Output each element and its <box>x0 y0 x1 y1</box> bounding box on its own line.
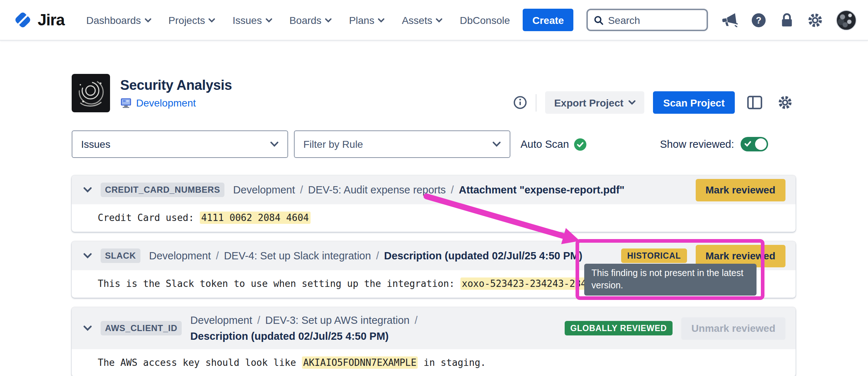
nav-label: Projects <box>168 14 205 26</box>
breadcrumb: Development/DEV-4: Set up Slack integrat… <box>149 250 582 262</box>
breadcrumb-segment: DEV-5: Audit expense reports <box>308 184 446 196</box>
announcements-button[interactable] <box>721 13 738 27</box>
breadcrumb-segment: Development <box>233 184 295 196</box>
nav-item-dashboards[interactable]: Dashboards <box>86 14 151 26</box>
finding-card-credit-card: CREDIT_CARD_NUMBERS Development/DEV-5: A… <box>72 175 796 232</box>
divider <box>536 94 537 111</box>
breadcrumb-separator: / <box>257 314 260 326</box>
jira-app: Jira Dashboards Projects Issues Boards P… <box>0 0 868 376</box>
nav-label: Boards <box>289 14 321 26</box>
megaphone-icon <box>721 13 738 27</box>
nav-label: Plans <box>349 14 374 26</box>
rule-badge: SLACK <box>101 248 140 263</box>
nav-item-dbconsole[interactable]: DbConsole <box>460 14 510 26</box>
mark-reviewed-button[interactable]: Mark reviewed <box>695 179 785 201</box>
chevron-down-icon <box>208 18 215 22</box>
finding-text: Credit Card used: <box>98 212 200 223</box>
auto-scan-label: Auto Scan <box>521 138 569 150</box>
export-project-button[interactable]: Export Project <box>545 91 644 114</box>
secret-highlight: AKIAIO5FODNN7EXAMPLE <box>302 356 418 369</box>
brand-wordmark: Jira <box>38 11 64 29</box>
secret-highlight: 4111 0062 2084 4604 <box>200 212 310 224</box>
finding-header[interactable]: CREDIT_CARD_NUMBERS Development/DEV-5: A… <box>72 175 796 204</box>
chevron-down-icon <box>378 18 384 22</box>
breadcrumb-separator: / <box>300 184 303 196</box>
user-avatar[interactable] <box>836 10 856 30</box>
search-icon <box>594 14 604 26</box>
toggle-check-icon <box>744 141 751 147</box>
project-settings-button[interactable] <box>774 92 796 113</box>
scan-project-button[interactable]: Scan Project <box>653 91 735 114</box>
svg-text:?: ? <box>756 15 761 25</box>
project-avatar[interactable] <box>72 74 110 112</box>
auto-scan-enabled-icon <box>574 138 586 150</box>
breadcrumb-separator: / <box>216 250 219 262</box>
breadcrumb: Development/DEV-3: Set up AWS integratio… <box>190 312 503 344</box>
finding-text: in staging. <box>418 357 486 368</box>
historical-badge: HISTORICAL <box>621 248 687 263</box>
breadcrumb-segment: Development <box>190 314 252 326</box>
show-reviewed-label: Show reviewed: <box>660 138 734 150</box>
collapse-chevron-icon[interactable] <box>83 187 92 193</box>
show-reviewed-toggle[interactable] <box>741 137 768 151</box>
lock-icon <box>780 12 794 28</box>
project-actions: Export Project Scan Project <box>514 91 796 114</box>
finding-header[interactable]: AWS_CLIENT_ID Development/DEV-3: Set up … <box>72 307 796 349</box>
nav-label: DbConsole <box>460 14 510 26</box>
findings-list: CREDIT_CARD_NUMBERS Development/DEV-5: A… <box>72 175 796 376</box>
nav-item-boards[interactable]: Boards <box>289 14 332 26</box>
nav-item-projects[interactable]: Projects <box>168 14 215 26</box>
layout-panel-icon <box>747 96 762 109</box>
finding-card-slack: SLACK Development/DEV-4: Set up Slack in… <box>72 241 796 298</box>
info-button[interactable] <box>514 96 527 109</box>
collapse-chevron-icon[interactable] <box>83 325 92 331</box>
breadcrumb-separator: / <box>376 250 379 262</box>
finding-card-aws: AWS_CLIENT_ID Development/DEV-3: Set up … <box>72 307 796 376</box>
create-button[interactable]: Create <box>523 9 573 31</box>
toggle-knob <box>755 138 767 150</box>
finding-location: Attachment "expense-report.pdf" <box>459 184 625 196</box>
collapse-chevron-icon[interactable] <box>83 253 92 259</box>
breadcrumb-segment: Development <box>149 250 211 262</box>
export-project-label: Export Project <box>554 97 623 108</box>
project-meta: Security Analysis Development <box>120 72 232 109</box>
project-subtitle: Development <box>120 97 232 109</box>
search-input[interactable] <box>608 14 701 26</box>
chevron-down-icon <box>436 18 442 22</box>
issues-select[interactable]: Issues <box>72 130 288 158</box>
security-button[interactable] <box>780 12 794 28</box>
settings-button[interactable] <box>807 12 823 28</box>
nav-item-issues[interactable]: Issues <box>232 14 272 26</box>
show-reviewed-control: Show reviewed: <box>660 137 768 151</box>
breadcrumb-segment: DEV-4: Set up Slack integration <box>224 250 371 262</box>
help-button[interactable]: ? <box>751 12 767 28</box>
rule-filter-select[interactable]: Filter by Rule <box>294 130 510 158</box>
jira-logo-icon <box>13 10 33 30</box>
finding-text: This is the Slack token to use when sett… <box>98 278 460 289</box>
rule-badge: AWS_CLIENT_ID <box>101 321 182 335</box>
chevron-down-icon <box>270 141 279 147</box>
search-box[interactable] <box>586 9 708 31</box>
unmark-reviewed-button: Unmark reviewed <box>681 317 785 339</box>
nav-item-plans[interactable]: Plans <box>349 14 384 26</box>
auto-scan-status: Auto Scan <box>521 138 586 150</box>
breadcrumb-separator: / <box>415 314 418 326</box>
board-layout-button[interactable] <box>743 92 765 113</box>
breadcrumb-separator: / <box>451 184 454 196</box>
globally-reviewed-badge: GLOBALLY REVIEWED <box>564 321 673 335</box>
navbar-icon-cluster: ? <box>721 10 858 30</box>
jira-logo[interactable]: Jira <box>13 10 64 30</box>
main-content: Security Analysis Development <box>72 72 796 376</box>
page-title: Security Analysis <box>120 78 232 93</box>
nav-item-assets[interactable]: Assets <box>402 14 442 26</box>
historical-tooltip: This finding is not present in the lates… <box>584 264 757 296</box>
chevron-down-icon <box>325 18 332 22</box>
rule-badge: CREDIT_CARD_NUMBERS <box>101 183 224 197</box>
breadcrumb-project-link[interactable]: Development <box>136 97 196 109</box>
top-navbar: Jira Dashboards Projects Issues Boards P… <box>0 0 868 41</box>
chevron-down-icon <box>628 100 636 105</box>
filters-bar: Issues Filter by Rule Auto Scan Show <box>72 130 796 158</box>
finding-content: Credit Card used: 4111 0062 2084 4604 <box>72 204 796 232</box>
finding-text: The AWS access key should look like <box>98 357 302 368</box>
question-mark-icon: ? <box>751 12 767 28</box>
